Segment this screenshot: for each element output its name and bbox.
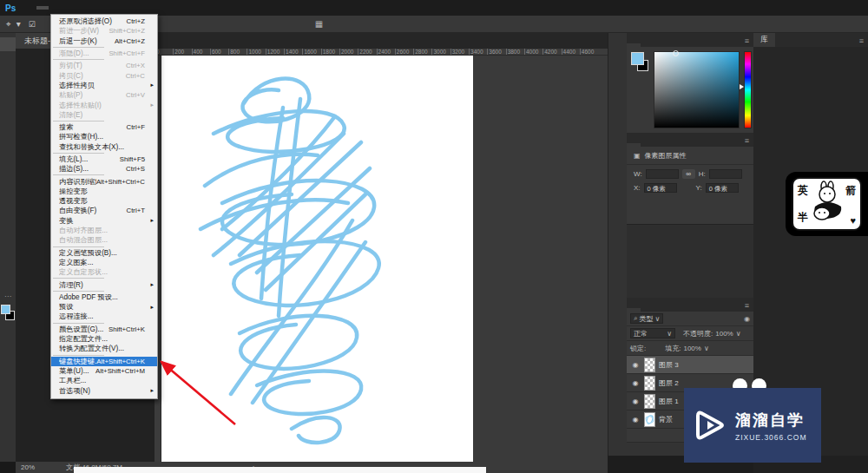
distribute-grid-icon[interactable]: ▦ — [315, 19, 323, 29]
gradient-tool[interactable] — [0, 172, 16, 186]
lasso-tool[interactable] — [0, 64, 16, 78]
layer-thumbnail[interactable] — [644, 376, 655, 391]
path-select-tool[interactable] — [0, 240, 16, 253]
edit-menu-item[interactable]: 菜单(U)... Alt+Shift+Ctrl+M — [51, 366, 157, 376]
hue-slider-marker[interactable] — [740, 84, 744, 89]
dodge-tool[interactable] — [0, 199, 16, 213]
layer-visibility-eye-icon[interactable]: ◉ — [630, 379, 641, 387]
more-tools-icon[interactable]: ⋯ — [4, 293, 11, 302]
menubar-item[interactable] — [61, 6, 73, 10]
foreground-color-swatch[interactable] — [631, 52, 644, 65]
height-field[interactable] — [709, 169, 742, 179]
panel-tab[interactable] — [627, 143, 641, 147]
edit-menu-item[interactable]: 搜索 Ctrl+F — [51, 122, 157, 132]
menubar-item[interactable] — [49, 6, 61, 10]
edit-menu-item[interactable]: 定义图案... — [51, 258, 157, 267]
edit-menu-item[interactable]: 描边(S)... Ctrl+S — [51, 164, 157, 174]
panel-tab[interactable] — [641, 143, 654, 147]
layer-visibility-eye-icon[interactable]: ◉ — [630, 361, 641, 369]
auto-select-checkbox[interactable]: ☑ — [29, 20, 36, 29]
panel-menu-icon[interactable]: ≡ — [740, 301, 753, 312]
edit-menu-item[interactable]: 拼写检查(H)... — [51, 132, 157, 141]
layer-thumbnail[interactable] — [644, 358, 655, 372]
edit-menu-item[interactable]: 定义画笔预设(B)... — [51, 248, 157, 258]
edit-menu-item[interactable]: 工具栏... — [51, 376, 157, 385]
panel-menu-icon[interactable]: ≡ — [740, 36, 753, 47]
filter-pin-icon[interactable]: ◉ — [744, 315, 750, 323]
edit-menu-item[interactable]: 后退一步(K) Alt+Ctrl+Z — [51, 36, 157, 46]
edit-menu-item[interactable]: 远程连接... — [51, 312, 157, 321]
layer-filter-dropdown[interactable]: ⌕ 类型 ∨ — [630, 313, 663, 324]
zoom-tool[interactable] — [0, 279, 16, 293]
width-field[interactable] — [646, 169, 679, 179]
panel-tab[interactable] — [641, 43, 654, 47]
edit-menu-item[interactable]: 指定配置文件... — [51, 334, 157, 344]
foreground-color-swatch[interactable] — [1, 305, 10, 314]
menubar-item[interactable] — [85, 6, 97, 10]
edit-menu-item[interactable]: 查找和替换文本(X)... — [51, 142, 157, 152]
menubar-item[interactable] — [134, 6, 146, 10]
menubar-item[interactable] — [109, 6, 122, 10]
x-field[interactable]: 0 像素 — [644, 183, 677, 193]
y-field[interactable]: 0 像素 — [706, 183, 739, 193]
layer-name[interactable]: 图层 3 — [659, 360, 679, 370]
crop-tool[interactable] — [0, 78, 16, 92]
edit-menu-item[interactable]: 键盘快捷键... Alt+Shift+Ctrl+K — [51, 357, 157, 366]
edit-menu-item[interactable]: 透视变形 — [51, 196, 157, 206]
edit-menu-item[interactable]: 首选项(N) — [51, 385, 157, 395]
layer-thumbnail[interactable] — [644, 412, 655, 427]
layer-name[interactable]: 背景 — [659, 415, 673, 424]
chevron-down-icon[interactable]: ▾ — [14, 19, 23, 29]
zoom-level[interactable]: 20% — [21, 463, 35, 471]
chevron-down-icon[interactable]: ∨ — [704, 345, 709, 352]
edit-menu-item[interactable]: 还原取消选择(O) Ctrl+Z — [51, 16, 157, 26]
history-brush-tool[interactable] — [0, 145, 16, 159]
layer-name[interactable]: 图层 1 — [659, 397, 679, 406]
menubar-item[interactable] — [36, 6, 49, 10]
blend-mode-dropdown[interactable]: 正常 ∨ — [630, 328, 675, 338]
menubar-item[interactable] — [97, 6, 109, 10]
edit-menu-item[interactable]: 操控变形 — [51, 187, 157, 196]
menubar-item[interactable] — [73, 6, 85, 10]
menubar-item[interactable] — [24, 6, 36, 10]
clone-stamp-tool[interactable] — [0, 132, 16, 146]
document-canvas[interactable] — [161, 56, 473, 462]
opacity-value[interactable]: 100% — [715, 330, 733, 338]
shape-tool[interactable] — [0, 253, 16, 266]
edit-menu-item[interactable]: 变换 — [51, 216, 157, 226]
edit-menu-item[interactable]: 选择性拷贝 — [51, 81, 157, 90]
edit-menu-item[interactable]: 填充(L)... Shift+F5 — [51, 154, 157, 164]
layer-visibility-eye-icon[interactable]: ◉ — [630, 416, 641, 424]
move-tool-icon[interactable]: ⌖ — [3, 19, 14, 30]
panel-tab[interactable] — [654, 308, 668, 312]
layer-visibility-eye-icon[interactable]: ◉ — [630, 397, 641, 405]
hand-tool[interactable] — [0, 266, 16, 280]
panel-tab[interactable]: 库 — [753, 33, 775, 47]
hue-slider[interactable] — [744, 51, 752, 128]
edit-menu-item[interactable]: 预设 — [51, 302, 157, 312]
edit-menu-item[interactable]: Adobe PDF 预设... — [51, 292, 157, 302]
link-dimensions-icon[interactable]: ∞ — [682, 169, 695, 179]
menubar-item[interactable] — [122, 6, 134, 10]
layer-name[interactable]: 图层 2 — [659, 378, 679, 388]
edit-menu-item[interactable]: 颜色设置(G)... Shift+Ctrl+K — [51, 325, 157, 334]
brush-tool[interactable] — [0, 118, 16, 132]
edit-menu-item[interactable]: 自由变换(F) Ctrl+T — [51, 206, 157, 215]
panel-menu-icon[interactable]: ≡ — [740, 136, 753, 147]
eraser-tool[interactable] — [0, 159, 16, 173]
layer-row[interactable]: ◉ 图层 3 — [627, 356, 753, 374]
edit-menu-item[interactable]: 清理(R) — [51, 279, 157, 289]
panel-menu-icon[interactable]: ≡ — [855, 36, 868, 47]
chevron-down-icon[interactable]: ∨ — [736, 330, 741, 338]
type-tool[interactable] — [0, 226, 16, 240]
panel-tab[interactable] — [641, 308, 654, 312]
move-tool[interactable] — [0, 37, 16, 51]
panel-tab[interactable] — [627, 308, 641, 312]
healing-brush-tool[interactable] — [0, 105, 16, 119]
layer-thumbnail[interactable] — [644, 394, 655, 409]
pen-tool[interactable] — [0, 213, 16, 227]
color-field-marker[interactable] — [673, 50, 679, 56]
blur-tool[interactable] — [0, 186, 16, 200]
edit-menu-item[interactable]: 转换为配置文件(V)... — [51, 344, 157, 353]
edit-menu-item[interactable]: 内容识别缩放 Alt+Shift+Ctrl+C — [51, 176, 157, 186]
